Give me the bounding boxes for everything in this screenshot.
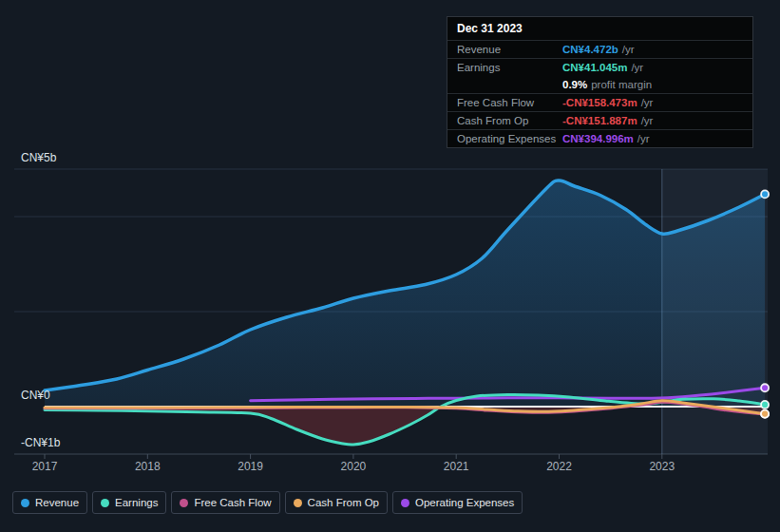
x-axis-label: 2018 <box>135 460 161 473</box>
tooltip-label: Revenue <box>457 44 562 55</box>
legend-item-operating-expenses[interactable]: Operating Expenses <box>392 491 523 514</box>
tooltip-value: CN¥4.472b <box>562 44 618 55</box>
tooltip-value: -CN¥151.887m <box>562 115 637 126</box>
x-axis-label: 2022 <box>546 460 572 473</box>
y-axis-label: -CN¥1b <box>21 436 61 449</box>
legend-item-earnings[interactable]: Earnings <box>92 491 166 514</box>
x-axis-label: 2017 <box>32 460 58 473</box>
revenue-area <box>45 180 765 407</box>
legend-item-revenue[interactable]: Revenue <box>12 491 87 514</box>
free-cash-flow-color-dot <box>180 499 188 507</box>
tooltip-unit: /yr <box>631 62 643 73</box>
tooltip-unit: /yr <box>622 44 635 55</box>
operating-expenses-color-dot <box>401 499 409 507</box>
legend-label: Earnings <box>115 497 158 508</box>
legend-label: Cash From Op <box>308 497 379 508</box>
tooltip-unit: /yr <box>641 115 654 126</box>
tooltip-date: Dec 31 2023 <box>447 17 752 40</box>
tooltip-label: Cash From Op <box>457 115 562 126</box>
legend-label: Free Cash Flow <box>194 497 271 508</box>
tooltip-row-revenue: Revenue CN¥4.472b/yr <box>447 41 752 58</box>
earnings-revenue-history-chart: CN¥5bCN¥0-CN¥1b2017201820192020202120222… <box>0 0 780 532</box>
tooltip-row-earnings: Earnings CN¥41.045m/yr <box>447 59 752 76</box>
tooltip-group-revenue: Revenue CN¥4.472b/yr <box>447 40 752 58</box>
legend-label: Operating Expenses <box>415 497 514 508</box>
legend-label: Revenue <box>35 497 79 508</box>
operating-expenses-endpoint-dot <box>761 384 769 391</box>
tooltip-row-profit-margin: 0.9%profit margin <box>447 76 752 93</box>
x-axis-label: 2019 <box>238 460 263 473</box>
earnings-endpoint-dot <box>761 401 769 408</box>
tooltip-label: Earnings <box>457 62 562 73</box>
cash-from-op-endpoint-dot <box>761 410 769 418</box>
tooltip-unit: /yr <box>641 97 654 108</box>
legend-item-free-cash-flow[interactable]: Free Cash Flow <box>171 491 279 514</box>
tooltip-row-cash-from-op: Cash From Op -CN¥151.887m/yr <box>447 112 752 129</box>
tooltip-group-fcf: Free Cash Flow -CN¥158.473m/yr <box>447 93 752 111</box>
tooltip-group-earnings: Earnings CN¥41.045m/yr 0.9%profit margin <box>447 58 752 93</box>
tooltip-value: CN¥394.996m <box>562 133 634 144</box>
tooltip-group-cash-from-op: Cash From Op -CN¥151.887m/yr <box>447 111 752 129</box>
tooltip-unit: /yr <box>637 133 650 144</box>
earnings-color-dot <box>101 499 109 507</box>
chart-tooltip: Dec 31 2023 Revenue CN¥4.472b/yr Earning… <box>447 16 753 148</box>
x-axis-label: 2021 <box>444 460 469 473</box>
y-axis-label: CN¥5b <box>21 151 57 164</box>
tooltip-row-fcf: Free Cash Flow -CN¥158.473m/yr <box>447 94 752 111</box>
tooltip-label: Free Cash Flow <box>457 97 562 108</box>
revenue-color-dot <box>21 499 29 507</box>
tooltip-label: Operating Expenses <box>457 133 562 144</box>
chart-legend: Revenue Earnings Free Cash Flow Cash Fro… <box>12 491 523 514</box>
revenue-endpoint-dot <box>761 190 769 198</box>
tooltip-value: -CN¥158.473m <box>562 97 637 108</box>
x-axis-label: 2023 <box>649 460 675 473</box>
profit-margin-value: 0.9% <box>562 79 587 90</box>
tooltip-row-opex: Operating Expenses CN¥394.996m/yr <box>447 130 752 147</box>
cash-from-op-color-dot <box>294 499 302 507</box>
y-axis-label: CN¥0 <box>21 389 50 402</box>
profit-margin-label: profit margin <box>591 79 652 90</box>
tooltip-value: CN¥41.045m <box>562 62 627 73</box>
tooltip-group-opex: Operating Expenses CN¥394.996m/yr <box>447 129 752 147</box>
legend-item-cash-from-op[interactable]: Cash From Op <box>285 491 388 514</box>
x-axis-label: 2020 <box>341 460 367 473</box>
